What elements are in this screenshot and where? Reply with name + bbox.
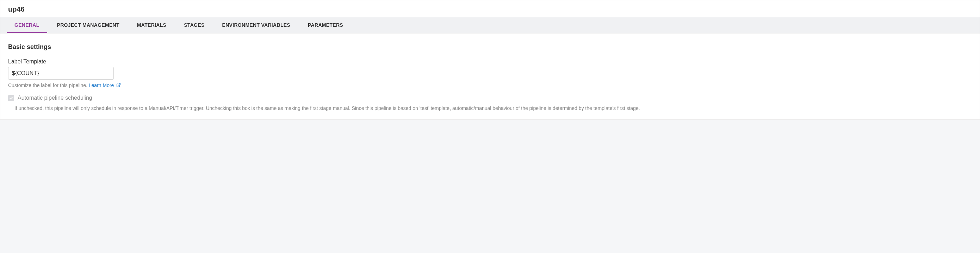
tab-content: Basic settings Label Template Customize …	[0, 33, 980, 119]
page-title: up46	[8, 5, 972, 13]
tab-project-management[interactable]: PROJECT MANAGEMENT	[49, 17, 127, 33]
tab-bar: GENERAL PROJECT MANAGEMENT MATERIALS STA…	[0, 17, 980, 33]
auto-schedule-description: If unchecked, this pipeline will only sc…	[14, 105, 972, 112]
check-icon	[9, 96, 13, 100]
tab-materials[interactable]: MATERIALS	[129, 17, 174, 33]
auto-schedule-label: Automatic pipeline scheduling	[18, 95, 92, 101]
section-title: Basic settings	[8, 43, 972, 51]
tab-parameters[interactable]: PARAMETERS	[300, 17, 351, 33]
label-template-input[interactable]	[8, 67, 114, 80]
panel-header: up46	[0, 0, 980, 17]
label-template-label: Label Template	[8, 59, 972, 65]
tab-environment-variables[interactable]: ENVIRONMENT VARIABLES	[215, 17, 298, 33]
learn-more-text: Learn More	[89, 83, 114, 88]
auto-schedule-checkbox	[8, 95, 14, 101]
svg-line-0	[118, 84, 121, 86]
pipeline-settings-panel: up46 GENERAL PROJECT MANAGEMENT MATERIAL…	[0, 0, 980, 120]
label-template-help: Customize the label for this pipeline. L…	[8, 83, 972, 88]
tab-general[interactable]: GENERAL	[7, 17, 47, 33]
label-template-group: Label Template Customize the label for t…	[8, 59, 972, 88]
learn-more-link[interactable]: Learn More	[89, 83, 121, 88]
label-template-help-text: Customize the label for this pipeline.	[8, 83, 89, 88]
auto-schedule-row: Automatic pipeline scheduling	[8, 95, 972, 101]
tab-stages[interactable]: STAGES	[176, 17, 212, 33]
external-link-icon	[116, 83, 121, 88]
